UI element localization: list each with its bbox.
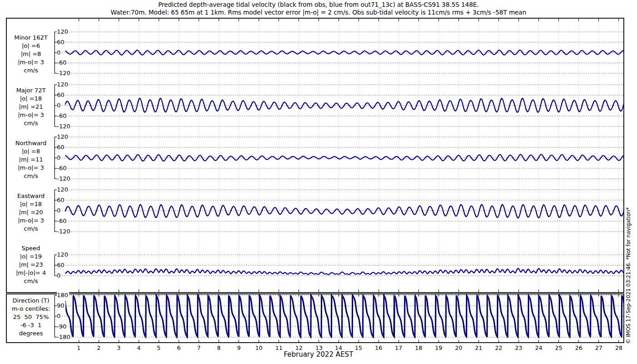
- model-line-direction: [65, 295, 625, 337]
- figure: Predicted depth-average tidal velocity (…: [0, 0, 637, 364]
- chart-title-line1: Predicted depth-average tidal velocity (…: [0, 1, 637, 8]
- y-tick-label: 120: [57, 251, 69, 258]
- y-tick-label: -60: [57, 165, 67, 172]
- y-tick-label: 120: [57, 81, 69, 88]
- y-tick-label: 120: [57, 133, 69, 141]
- panel-label-northward: Northward |o| =8 |m| =11 |m-o|= 3 cm/s: [7, 139, 55, 180]
- y-tick-label: 60: [57, 91, 66, 99]
- y-tick-label: 0: [57, 207, 61, 214]
- y-tick-label: 180: [57, 292, 69, 299]
- y-tick-label: -120: [57, 228, 71, 235]
- panel-label-direction: Direction (T) m-o centiles: 25 50 75% -6…: [7, 297, 55, 338]
- y-tick-label: -60: [57, 217, 67, 225]
- y-tick-label: 0: [57, 313, 61, 320]
- y-tick-label: 0: [57, 154, 61, 162]
- y-tick-label: 90: [57, 302, 66, 309]
- panel-label-major: Major 72T |o| =18 |m| =21 |m-o|= 3 cm/s: [7, 86, 55, 127]
- y-tick-label: 60: [57, 39, 66, 46]
- y-tick-label: -60: [57, 112, 67, 120]
- y-tick-label: 0: [57, 272, 61, 279]
- y-tick-label: 0: [57, 49, 61, 56]
- model-line-eastward: [65, 204, 625, 218]
- y-tick-label: 60: [57, 262, 66, 269]
- y-tick-label: 120: [57, 186, 69, 193]
- y-tick-label: 120: [57, 28, 69, 35]
- watermark-text: © IMOS 17-Sep-2021 03:21:46. *Not for na…: [625, 207, 632, 344]
- panel-label-speed: Speed |o| =19 |m| =23 |m|-|o|= 4 cm/s: [7, 244, 55, 285]
- y-tick-label: -90: [57, 323, 67, 330]
- y-tick-label: -120: [57, 123, 71, 130]
- y-tick-label: -120: [57, 70, 71, 77]
- y-tick-label: 60: [57, 197, 66, 204]
- chart-canvas: [0, 0, 637, 364]
- chart-title-line2: Water:70m. Model: 65 65m at 1 1km. Rms m…: [0, 9, 637, 16]
- model-line-speed: [65, 268, 625, 275]
- y-tick-label: 0: [57, 102, 61, 109]
- y-tick-label: 60: [57, 144, 66, 151]
- model-line-major: [65, 98, 625, 112]
- x-axis-label: February 2022 AEST: [0, 350, 637, 359]
- panel-label-minor: Minor 162T |o| =6 |m| =8 |m-o|= 3 cm/s: [7, 34, 55, 75]
- y-tick-label: -60: [57, 59, 67, 66]
- y-tick-label: -120: [57, 175, 71, 182]
- panel-label-eastward: Eastward |o| =18 |m| =20 |m-o|= 3 cm/s: [7, 192, 55, 233]
- y-tick-label: -180: [57, 334, 71, 341]
